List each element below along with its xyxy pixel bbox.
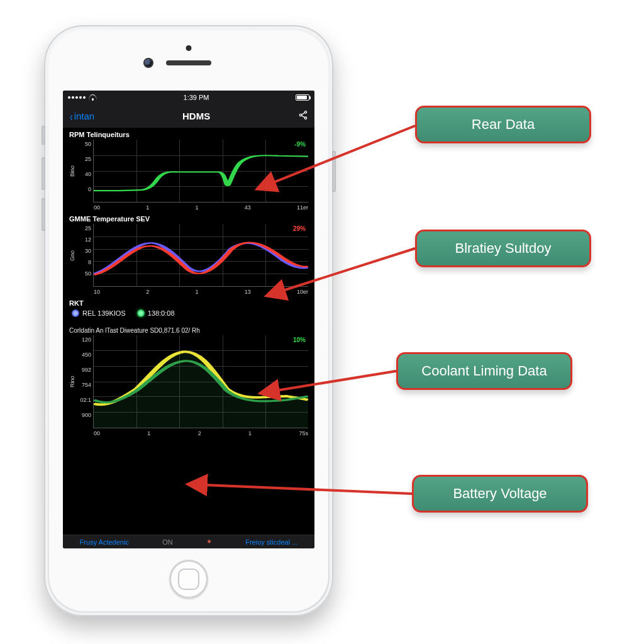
chart-panel-rpm: RPM Telinqueiturs Bino 50 25 40 0 -9% [63,128,314,204]
rkt-section: RKT REL 139KIOS 138:0:08 [63,297,314,322]
callout-battery-voltage: Battery Voltage [412,475,588,513]
rkt-rel-stat[interactable]: REL 139KIOS [72,309,126,317]
proximity-sensor-icon [186,45,192,51]
y-ticks: 25 12 30 8 50 [78,224,93,287]
tab-actedenic[interactable]: Frusy Actedenic [80,538,129,546]
x-ticks: 00 1 2 1 75s [94,430,308,436]
line-chart-icon [94,335,308,428]
line-chart-icon [94,140,308,202]
chevron-left-icon: ‹ [70,110,73,123]
content-scroll[interactable]: RPM Telinqueiturs Bino 50 25 40 0 -9% [63,128,314,535]
tab-sep: ON [162,538,173,546]
line-chart-icon [94,224,308,286]
volume-down[interactable] [42,198,45,231]
chart-panel-coolant: Corldatin An lTast Diweature SD0,871.6 0… [63,322,314,430]
status-time: 1:39 PM [184,94,209,101]
chart-plot[interactable]: 10% 00 1 2 [93,335,308,428]
y-axis-label: Bino [69,140,78,203]
tab-icon: ✶ [206,538,212,546]
x-ticks: 00 1 1 43 11er [94,204,308,211]
back-button[interactable]: ‹ intan [69,110,94,123]
chart-plot[interactable]: 29% 10 2 1 13 [93,224,308,287]
page-title: HDMS [182,111,210,121]
callout-coolant-liming: Coolant Liming Data [396,352,572,390]
y-axis-label: Gno [69,224,78,287]
screen: 1:39 PM ‹ intan HDMS [63,91,314,548]
home-button[interactable] [169,560,208,599]
bullet-icon [72,309,79,317]
chart-title: RPM Telinqueiturs [69,131,308,138]
front-camera-icon [145,59,152,67]
bullet-icon [137,309,145,317]
rkt-value-stat[interactable]: 138:0:08 [137,309,175,317]
share-button[interactable] [298,110,308,123]
callout-rear-data: Rear Data [415,106,591,143]
chart-panel-temperature: GMME Temperature SEV Gno 25 12 30 8 50 2… [63,213,314,288]
back-label: intan [74,111,95,121]
wifi-icon [89,94,97,101]
y-ticks: 50 25 40 0 [78,140,93,203]
earpiece-icon [166,60,211,65]
y-axis-label: Rino [69,335,78,428]
status-bar: 1:39 PM [63,91,314,104]
chart-subtitle: Corldatin An lTast Diweature SD0,871.6 0… [69,327,308,334]
section-title: RKT [69,299,308,307]
power-button[interactable] [332,151,336,192]
battery-icon [296,94,309,101]
chart-title: GMME Temperature SEV [69,215,308,223]
share-icon [298,110,308,120]
phone-bezel: 1:39 PM ‹ intan HDMS [49,30,328,611]
x-ticks: 10 2 1 13 10er [94,289,308,295]
phone-frame: 1:39 PM ‹ intan HDMS [44,25,333,616]
chart-plot[interactable]: -9% 00 1 1 43 11er [93,140,308,203]
mute-switch[interactable] [42,126,45,145]
callout-blratiey: Blratiey Sultdoy [415,230,591,267]
bottom-tab-bar: Frusy Actedenic ON ✶ Freioy sticdeal ... [63,535,314,548]
volume-up[interactable] [42,157,45,190]
tab-sticdeal[interactable]: Freioy sticdeal ... [245,538,297,546]
cell-signal-icon [68,96,86,99]
y-ticks: 120 450 992 754 02:1 900 [78,335,93,428]
nav-bar: ‹ intan HDMS [63,104,314,128]
